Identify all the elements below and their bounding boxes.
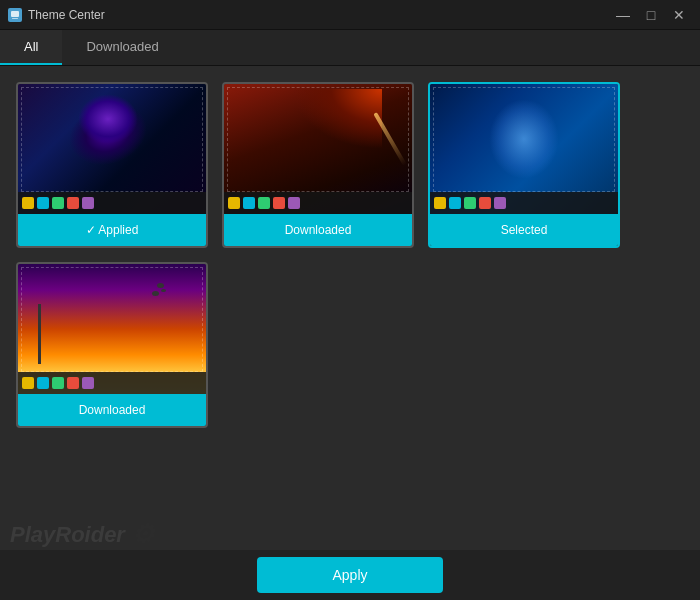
thumb-frame-4 — [21, 267, 203, 372]
window-title: Theme Center — [28, 8, 105, 22]
theme-thumbnail-2 — [224, 84, 412, 214]
app-icon — [8, 8, 22, 22]
maximize-button[interactable]: □ — [638, 5, 664, 25]
thumb-icon-1d — [67, 197, 79, 209]
themes-grid: ✓ Applied Downloaded — [0, 66, 700, 444]
thumb-icon-2c — [258, 197, 270, 209]
window-controls: — □ ✕ — [610, 5, 692, 25]
thumb-icon-2a — [228, 197, 240, 209]
minimize-button[interactable]: — — [610, 5, 636, 25]
thumb-frame-2 — [227, 87, 409, 192]
close-button[interactable]: ✕ — [666, 5, 692, 25]
thumb-icon-2e — [288, 197, 300, 209]
watermark: PlayRoider ⚙ — [10, 519, 154, 550]
theme-thumbnail-4 — [18, 264, 206, 394]
tab-bar: All Downloaded — [0, 30, 700, 66]
title-bar-left: Theme Center — [8, 8, 105, 22]
thumb-icon-3e — [494, 197, 506, 209]
thumb-icon-3d — [479, 197, 491, 209]
thumb-icon-3b — [449, 197, 461, 209]
gear-watermark-icon: ⚙ — [131, 519, 154, 550]
thumb-frame-3 — [433, 87, 615, 192]
svg-rect-0 — [11, 11, 19, 17]
theme-label-1: ✓ Applied — [18, 214, 206, 246]
thumb-icon-4e — [82, 377, 94, 389]
thumb-icon-4c — [52, 377, 64, 389]
thumb-taskbar-4 — [18, 372, 206, 394]
thumb-icon-2d — [273, 197, 285, 209]
theme-card-3[interactable]: Selected — [428, 82, 620, 248]
thumb-icon-4b — [37, 377, 49, 389]
thumb-icon-1e — [82, 197, 94, 209]
thumb-icon-4a — [22, 377, 34, 389]
theme-label-3: Selected — [430, 214, 618, 246]
title-bar: Theme Center — □ ✕ — [0, 0, 700, 30]
thumb-icon-3c — [464, 197, 476, 209]
theme-card-4[interactable]: Downloaded — [16, 262, 208, 428]
apply-bar: Apply — [0, 550, 700, 600]
apply-button[interactable]: Apply — [257, 557, 443, 593]
thumb-icon-3a — [434, 197, 446, 209]
theme-thumbnail-1 — [18, 84, 206, 214]
thumb-icon-1c — [52, 197, 64, 209]
tab-downloaded[interactable]: Downloaded — [62, 30, 182, 65]
thumb-icon-4d — [67, 377, 79, 389]
thumb-taskbar-1 — [18, 192, 206, 214]
theme-card-2[interactable]: Downloaded — [222, 82, 414, 248]
thumb-icon-2b — [243, 197, 255, 209]
theme-thumbnail-3 — [430, 84, 618, 214]
theme-label-4: Downloaded — [18, 394, 206, 426]
svg-rect-1 — [12, 18, 18, 19]
thumb-frame-1 — [21, 87, 203, 192]
thumb-icon-1a — [22, 197, 34, 209]
thumb-taskbar-3 — [430, 192, 618, 214]
theme-card-1[interactable]: ✓ Applied — [16, 82, 208, 248]
tab-all[interactable]: All — [0, 30, 62, 65]
theme-label-2: Downloaded — [224, 214, 412, 246]
thumb-taskbar-2 — [224, 192, 412, 214]
thumb-icon-1b — [37, 197, 49, 209]
